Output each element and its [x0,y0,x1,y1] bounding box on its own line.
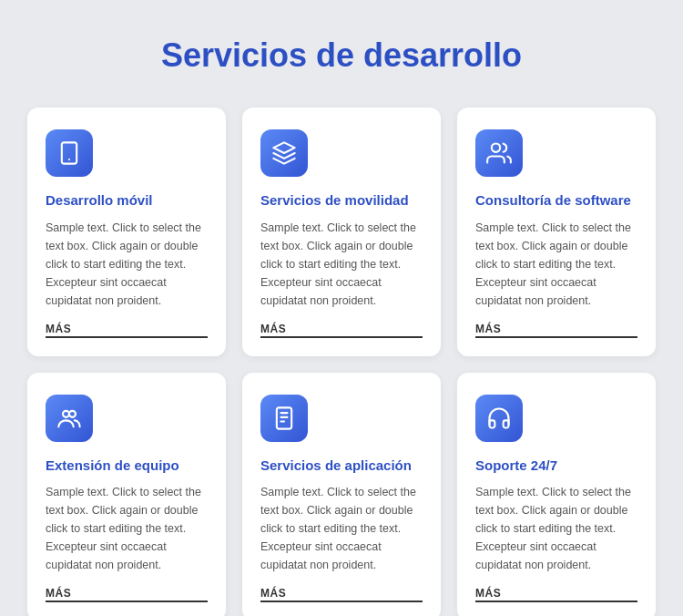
mobile-dev-icon-wrap [46,129,93,177]
support-icon-wrap [475,395,523,442]
card-app-title: Servicios de aplicación [260,457,423,475]
phone-app-icon [271,406,297,431]
svg-point-3 [492,144,500,152]
card-support-link[interactable]: MÁS [475,587,637,602]
layers-icon [271,140,297,166]
card-mobility-link[interactable]: MÁS [260,323,423,338]
card-app-services: Servicios de aplicación Sample text. Cli… [242,373,441,617]
card-mobility-text: Sample text. Click to select the text bo… [260,219,423,310]
card-support-title: Soporte 24/7 [475,457,637,475]
svg-marker-2 [273,142,294,153]
people-icon [486,140,512,166]
card-consulting-link[interactable]: MÁS [475,323,637,338]
headset-icon [486,406,512,431]
group-icon [56,406,82,431]
card-team-link[interactable]: MÁS [46,587,208,602]
card-mobile-dev: Desarrollo móvil Sample text. Click to s… [27,108,226,356]
card-support-text: Sample text. Click to select the text bo… [475,483,637,574]
card-mobile-dev-text: Sample text. Click to select the text bo… [46,219,208,310]
svg-point-5 [69,410,76,416]
svg-rect-6 [277,407,291,428]
card-team-text: Sample text. Click to select the text bo… [46,483,208,574]
card-mobility-services: Servicios de movilidad Sample text. Clic… [242,108,441,356]
svg-rect-0 [62,142,76,163]
card-team-title: Extensión de equipo [46,457,208,475]
card-software-consulting: Consultoría de software Sample text. Cli… [457,108,656,356]
card-support247: Soporte 24/7 Sample text. Click to selec… [457,373,656,617]
card-app-text: Sample text. Click to select the text bo… [260,483,423,574]
card-mobility-title: Servicios de movilidad [260,191,423,210]
card-mobile-dev-link[interactable]: MÁS [46,323,208,338]
card-team-extension: Extensión de equipo Sample text. Click t… [27,373,226,617]
card-consulting-text: Sample text. Click to select the text bo… [475,219,637,310]
services-grid: Desarrollo móvil Sample text. Click to s… [27,108,656,616]
page-title: Servicios de desarrollo [161,36,522,75]
app-icon-wrap [260,395,308,442]
svg-point-4 [63,410,69,416]
card-consulting-title: Consultoría de software [475,191,637,210]
consulting-icon-wrap [475,129,523,177]
card-mobile-dev-title: Desarrollo móvil [46,191,208,210]
mobile-icon [56,140,82,166]
card-app-link[interactable]: MÁS [260,587,423,602]
team-icon-wrap [46,395,93,442]
mobility-icon-wrap [260,129,308,177]
